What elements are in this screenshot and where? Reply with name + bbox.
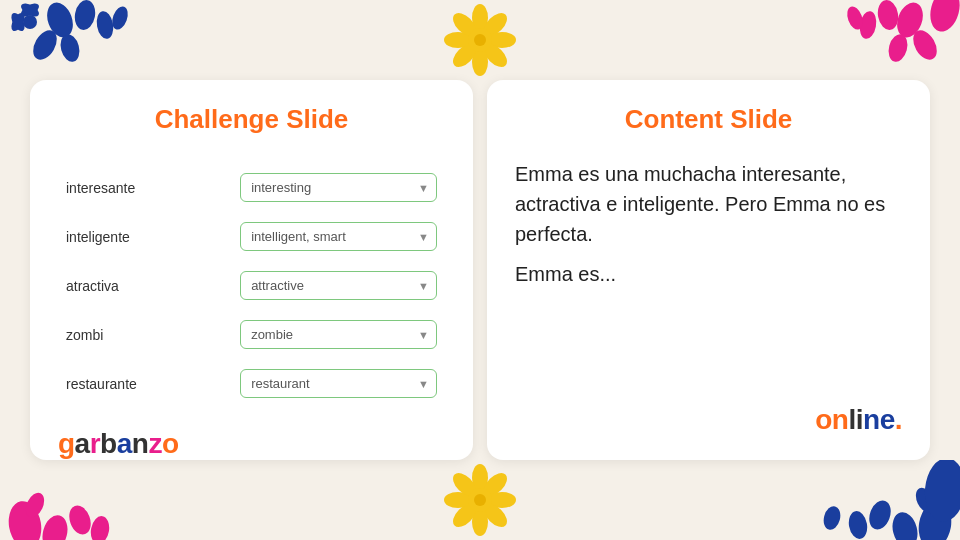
garbanzo-logo: garbanzo [58,412,445,460]
challenge-slide-title: Challenge Slide [58,104,445,135]
vocab-select-cell-1: intelligent, smart▼ [232,216,445,257]
vocab-select-cell-3: zombie▼ [232,314,445,355]
vocab-select-container-0: interesting▼ [240,173,437,202]
vocab-row: restauranterestaurant▼ [58,363,445,404]
vocab-row: interesanteinteresting▼ [58,167,445,208]
content-paragraph-1: Emma es una muchacha interesante, actrac… [515,159,902,249]
vocab-select-container-3: zombie▼ [240,320,437,349]
vocab-select-4[interactable]: restaurant [240,369,437,398]
vocab-row: atractivaattractive▼ [58,265,445,306]
online-logo: online. [515,388,902,436]
vocab-select-2[interactable]: attractive [240,271,437,300]
vocab-row: inteligenteintelligent, smart▼ [58,216,445,257]
vocab-spanish-3: zombi [58,314,232,355]
vocab-select-cell-0: interesting▼ [232,167,445,208]
vocab-select-0[interactable]: interesting [240,173,437,202]
vocab-row: zombizombie▼ [58,314,445,355]
vocab-spanish-0: interesante [58,167,232,208]
vocab-select-3[interactable]: zombie [240,320,437,349]
challenge-slide-panel: Challenge Slide interesanteinteresting▼i… [30,80,473,460]
vocab-table: interesanteinteresting▼inteligenteintell… [58,159,445,412]
vocab-select-container-2: attractive▼ [240,271,437,300]
vocab-select-1[interactable]: intelligent, smart [240,222,437,251]
vocab-select-container-4: restaurant▼ [240,369,437,398]
vocab-select-cell-4: restaurant▼ [232,363,445,404]
content-paragraph-2: Emma es... [515,259,902,289]
vocab-select-cell-2: attractive▼ [232,265,445,306]
vocab-spanish-4: restaurante [58,363,232,404]
main-content: Challenge Slide interesanteinteresting▼i… [0,0,960,540]
content-slide-panel: Content Slide Emma es una muchacha inter… [487,80,930,460]
content-text: Emma es una muchacha interesante, actrac… [515,159,902,299]
vocab-select-container-1: intelligent, smart▼ [240,222,437,251]
vocab-spanish-1: inteligente [58,216,232,257]
vocab-spanish-2: atractiva [58,265,232,306]
content-slide-title: Content Slide [515,104,902,135]
